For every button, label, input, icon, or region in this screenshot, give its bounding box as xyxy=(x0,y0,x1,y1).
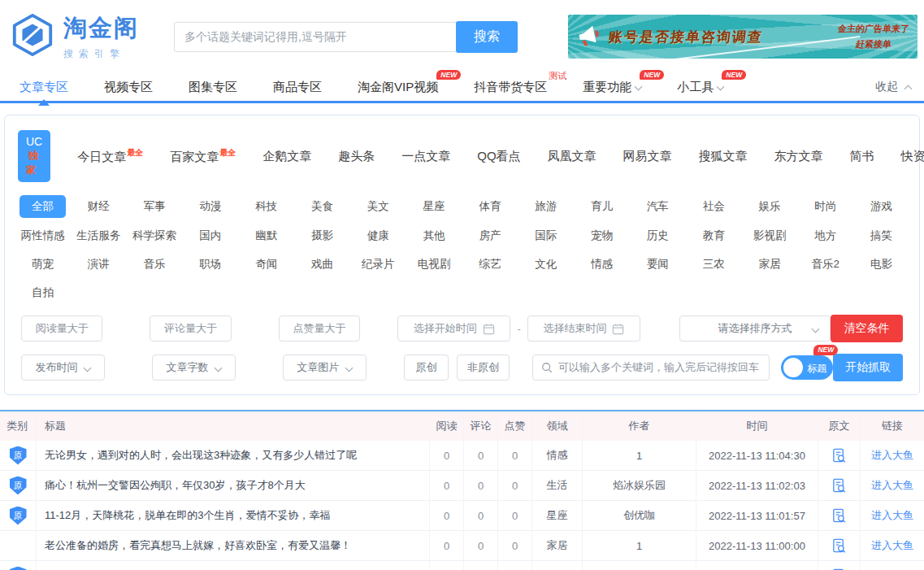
category-tag[interactable]: 家居 xyxy=(758,254,780,275)
article-title[interactable]: 无论男女，遇到对的人时，会出现这3种迹象，又有多少人错过了呢 xyxy=(37,441,430,470)
end-date-input[interactable]: 选择结束时间 xyxy=(527,315,640,342)
publish-time-dropdown[interactable]: 发布时间 xyxy=(21,355,105,381)
category-tag[interactable]: 生活服务 xyxy=(76,225,120,246)
read-count-input[interactable]: 阅读量大于 xyxy=(21,315,102,342)
category-tag[interactable]: 情感 xyxy=(591,254,613,275)
category-tag[interactable]: 娱乐 xyxy=(758,196,780,217)
preview-original-icon[interactable] xyxy=(831,478,847,494)
source-tab[interactable]: 今日文章最全 xyxy=(77,147,143,165)
source-tab[interactable]: 简书 xyxy=(850,149,874,164)
source-tab[interactable]: 凤凰文章 xyxy=(548,149,596,164)
category-tag[interactable]: 历史 xyxy=(647,225,669,246)
source-tab[interactable]: 企鹅文章 xyxy=(262,149,311,164)
comment-count-input[interactable]: 评论量大于 xyxy=(150,315,231,342)
category-tag[interactable]: 财经 xyxy=(88,196,110,217)
category-tag[interactable]: 美文 xyxy=(367,196,389,217)
category-tag[interactable]: 宠物 xyxy=(591,225,613,246)
category-tag[interactable]: 星座 xyxy=(423,196,445,217)
topic-search-input[interactable] xyxy=(174,22,457,52)
source-tab[interactable]: QQ看点 xyxy=(477,149,520,164)
category-tag[interactable]: 自拍 xyxy=(32,282,54,303)
category-tag[interactable]: 文化 xyxy=(535,254,557,275)
start-fetch-button[interactable]: 开始抓取 xyxy=(833,354,903,381)
category-tag[interactable]: 美食 xyxy=(311,196,333,217)
category-tag[interactable]: 地方 xyxy=(814,225,836,246)
category-tag[interactable]: 动漫 xyxy=(199,196,221,217)
category-tag[interactable]: 电视剧 xyxy=(418,254,451,275)
source-tab[interactable]: 快资讯 xyxy=(901,149,924,164)
category-tag[interactable]: 影视剧 xyxy=(753,225,787,246)
category-tag[interactable]: 幽默 xyxy=(255,225,277,246)
category-tag[interactable]: 三农 xyxy=(703,254,725,275)
category-tag[interactable]: 全部 xyxy=(20,195,66,218)
original-filter-button[interactable]: 原创 xyxy=(404,355,449,381)
source-tab[interactable]: 网易文章 xyxy=(623,149,672,164)
nav-tab[interactable]: 文章专区 xyxy=(20,80,68,95)
category-tag[interactable]: 两性情感 xyxy=(20,225,64,246)
category-tag[interactable]: 要闻 xyxy=(647,254,669,275)
keyword-input[interactable]: 可以输入多个关键词，输入完后记得按回车 xyxy=(532,355,770,381)
category-tag[interactable]: 游戏 xyxy=(870,196,892,217)
category-tag[interactable]: 综艺 xyxy=(479,254,501,275)
category-tag[interactable]: 国际 xyxy=(535,225,557,246)
category-tag[interactable]: 国内 xyxy=(199,225,221,246)
nav-tab[interactable]: 视频专区 xyxy=(104,80,153,95)
category-tag[interactable]: 萌宠 xyxy=(32,254,54,275)
category-tag[interactable]: 时尚 xyxy=(814,196,836,217)
category-tag[interactable]: 摄影 xyxy=(311,225,333,246)
category-tag[interactable]: 其他 xyxy=(423,225,445,246)
category-tag[interactable]: 科技 xyxy=(255,196,277,217)
source-tab[interactable]: 东方文章 xyxy=(774,149,823,164)
non-original-filter-button[interactable]: 非原创 xyxy=(457,355,510,381)
category-tag[interactable]: 社会 xyxy=(703,196,725,217)
search-button[interactable]: 搜索 xyxy=(456,21,518,53)
category-tag[interactable]: 电影 xyxy=(870,254,892,275)
brand-logo[interactable]: 淘金阁 搜索引擎 xyxy=(10,12,169,61)
like-count-input[interactable]: 点赞量大于 xyxy=(279,315,360,342)
category-tag[interactable]: 音乐2 xyxy=(812,254,840,275)
enter-dayu-link[interactable]: 进入大鱼 xyxy=(871,538,913,553)
category-tag[interactable]: 戏曲 xyxy=(311,254,333,275)
article-title[interactable]: 11-12月，天降桃花，脱单在即的3个生肖，爱情不妥协，幸福 xyxy=(37,501,430,530)
collapse-nav-button[interactable]: 收起 xyxy=(875,80,911,94)
category-tag[interactable]: 旅游 xyxy=(535,196,557,217)
category-tag[interactable]: 房产 xyxy=(479,225,501,246)
category-tag[interactable]: 教育 xyxy=(703,225,725,246)
title-search-toggle[interactable]: 标题 NEW xyxy=(781,355,833,380)
start-date-input[interactable]: 选择开始时间 xyxy=(397,315,510,342)
article-title[interactable]: 老公准备的婚房，看完真想马上就嫁，好喜欢卧室，有爱又温馨！ xyxy=(37,531,430,560)
category-tag[interactable]: 音乐 xyxy=(144,254,166,275)
category-tag[interactable]: 科学探索 xyxy=(132,225,176,246)
preview-original-icon[interactable] xyxy=(831,448,847,463)
clear-conditions-button[interactable]: 清空条件 xyxy=(831,315,903,342)
category-tag[interactable]: 奇闻 xyxy=(255,254,277,275)
article-image-dropdown[interactable]: 文章图片 xyxy=(283,355,367,381)
enter-dayu-link[interactable]: 进入大鱼 xyxy=(871,508,913,523)
category-tag[interactable]: 职场 xyxy=(199,254,221,275)
enter-dayu-link[interactable]: 进入大鱼 xyxy=(871,478,913,493)
enter-dayu-link[interactable]: 进入大鱼 xyxy=(871,448,913,463)
category-tag[interactable]: 演讲 xyxy=(88,254,110,275)
sort-order-select[interactable]: 请选择排序方式 xyxy=(679,315,831,342)
word-count-dropdown[interactable]: 文章字数 xyxy=(152,355,236,381)
preview-original-icon[interactable] xyxy=(831,538,847,554)
nav-tab[interactable]: 淘金阁VIP视频NEW xyxy=(358,80,438,95)
category-tag[interactable]: 体育 xyxy=(479,196,501,217)
nav-tab[interactable]: 小工具NEW xyxy=(677,80,723,95)
source-tab[interactable]: 一点文章 xyxy=(401,149,450,164)
nav-tab[interactable]: 重要功能NEW xyxy=(583,80,641,95)
nav-tab[interactable]: 商品专区 xyxy=(273,80,322,95)
category-tag[interactable]: 纪录片 xyxy=(362,254,395,275)
nav-tab[interactable]: 抖音带货专区测试 xyxy=(474,80,547,95)
category-tag[interactable]: 汽车 xyxy=(647,196,669,217)
source-tab[interactable]: 趣头条 xyxy=(338,149,375,164)
source-tab[interactable]: 百家文章最全 xyxy=(170,147,236,165)
article-title[interactable]: 痛心！杭州一交警因公殉职，年仅30岁，孩子才8个月大 xyxy=(37,471,430,500)
preview-original-icon[interactable] xyxy=(831,508,847,524)
nav-tab[interactable]: 图集专区 xyxy=(189,80,237,95)
promo-banner[interactable]: 账号是否接单咨询调查 金主的广告单来了 赶紧接单 xyxy=(568,15,917,59)
article-title[interactable]: 亲姐妹同时封妃，母亲不喜反悲：妹妹入宫必死，多年后应验 xyxy=(37,561,430,570)
category-tag[interactable]: 军事 xyxy=(144,196,166,217)
source-tab-active[interactable]: UC独家 xyxy=(18,130,50,182)
category-tag[interactable]: 搞笑 xyxy=(870,225,892,246)
